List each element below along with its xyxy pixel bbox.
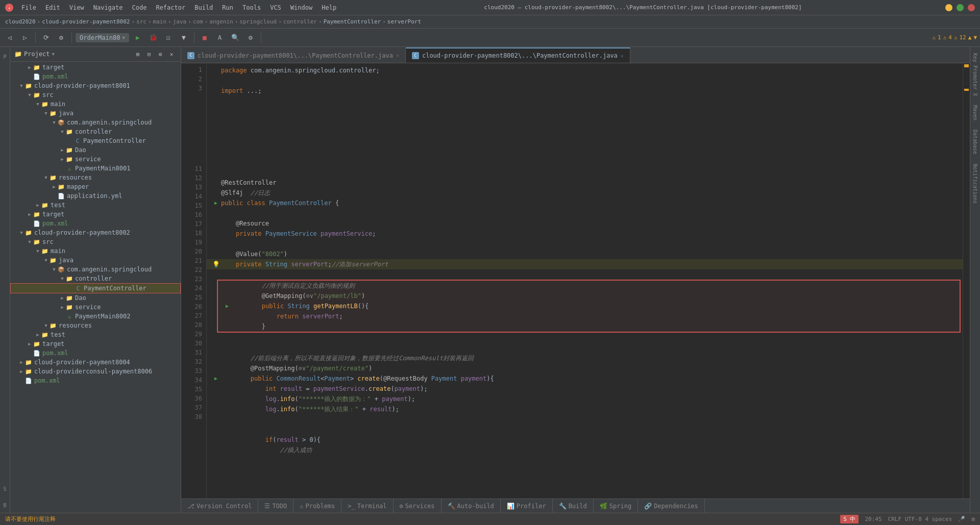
run-button[interactable]: ▶: [131, 31, 144, 44]
tree-item-controller8002[interactable]: ▼ 📁 controller: [10, 274, 181, 283]
menu-vcs[interactable]: VCS: [266, 3, 285, 12]
right-side-keypromoter[interactable]: Key Promoter X: [971, 49, 979, 100]
collapse-all-btn[interactable]: ⊟: [144, 49, 154, 59]
coverage-button[interactable]: ☑: [162, 31, 175, 44]
warning-nav-down[interactable]: ▼: [973, 34, 977, 41]
tree-item-pom8002[interactable]: 📄 pom.xml: [10, 348, 181, 358]
tree-item-java8001[interactable]: ▼ 📁 java: [10, 109, 181, 118]
bottom-tab-todo[interactable]: ☰ TODO: [258, 499, 293, 513]
breadcrumb-serverport[interactable]: serverPort: [387, 18, 421, 25]
debug-button[interactable]: 🐞: [146, 31, 160, 44]
menu-code[interactable]: Code: [128, 3, 151, 12]
tree-item-test8001[interactable]: ▶ 📁 test: [10, 201, 181, 210]
bottom-tab-profiler[interactable]: 📊 Profiler: [501, 499, 553, 513]
tree-item-target8001[interactable]: ▶ 📁 target: [10, 210, 181, 219]
breadcrumb-payment8002[interactable]: cloud-provider-payment8002: [42, 18, 130, 25]
bottom-tab-problems[interactable]: ⚠ Problems: [293, 499, 341, 513]
right-side-notifications[interactable]: Notifications: [971, 160, 979, 208]
right-side-maven[interactable]: Maven: [971, 101, 979, 124]
breadcrumb-cloud2020[interactable]: cloud2020: [5, 18, 36, 25]
menu-tools[interactable]: Tools: [238, 3, 265, 12]
tree-item-main8002[interactable]: ▼ 📁 main: [10, 246, 181, 256]
run-config-selector[interactable]: OrderMain80 ▼: [76, 33, 129, 42]
right-side-database[interactable]: Database: [971, 126, 979, 158]
search-button[interactable]: 🔍: [229, 31, 242, 44]
warning-nav-up[interactable]: ▲: [968, 34, 972, 41]
menu-build[interactable]: Build: [190, 3, 217, 12]
tree-item-resources8002[interactable]: ▼ 📁 resources: [10, 321, 181, 330]
close-panel-btn[interactable]: ✕: [166, 49, 177, 59]
more-run-options[interactable]: ▼: [177, 31, 190, 44]
tree-item-resources8001[interactable]: ▼ 📁 resources: [10, 173, 181, 182]
status-lang-indicator[interactable]: S 中: [840, 515, 859, 523]
tree-item-paymentcontroller8001[interactable]: C PaymentController: [10, 136, 181, 145]
tree-item-payment8004[interactable]: ▶ 📁 cloud-provider-payment8004: [10, 358, 181, 367]
status-encoding[interactable]: CRLF UTF-8 4 spaces: [888, 516, 952, 522]
bottom-tab-spring[interactable]: 🌿 Spring: [594, 499, 638, 513]
menu-view[interactable]: View: [65, 3, 88, 12]
menu-refactor[interactable]: Refactor: [152, 3, 189, 12]
tree-item-pom1[interactable]: 📄 pom.xml: [10, 72, 181, 81]
tree-item-dao8001[interactable]: ▶ 📁 Dao: [10, 145, 181, 155]
breadcrumb-src[interactable]: src: [136, 18, 146, 25]
tree-item-paymentcontroller8002[interactable]: C PaymentController: [10, 283, 181, 293]
project-dropdown-icon[interactable]: ▼: [52, 52, 55, 57]
menu-edit[interactable]: Edit: [41, 3, 64, 12]
tree-item-target8002[interactable]: ▶ 📁 target: [10, 339, 181, 348]
toolbar-forward[interactable]: ▷: [18, 31, 32, 44]
activity-project[interactable]: P: [1, 49, 10, 64]
maximize-button[interactable]: [957, 4, 964, 11]
status-layout-icon[interactable]: ⊞: [971, 516, 975, 522]
tree-item-service8002[interactable]: ▶ 📁 service: [10, 303, 181, 312]
close-button[interactable]: [968, 4, 975, 11]
breadcrumb-com[interactable]: com: [193, 18, 203, 25]
bottom-tab-dependencies[interactable]: 🔗 Dependencies: [638, 499, 705, 513]
breadcrumb-paymentcontroller[interactable]: PaymentController: [324, 18, 381, 25]
menu-window[interactable]: Window: [286, 3, 316, 12]
stop-button[interactable]: ■: [198, 31, 211, 44]
tree-item-java8002[interactable]: ▼ 📁 java: [10, 256, 181, 265]
expand-all-btn[interactable]: ⊞: [133, 49, 143, 59]
bottom-tab-build[interactable]: 🔧 Build: [553, 499, 594, 513]
minimize-button[interactable]: [945, 4, 952, 11]
activity-bookmarks[interactable]: B: [1, 497, 10, 513]
code-content[interactable]: package com.angenin.springcloud.controll…: [207, 63, 963, 498]
tree-item-service8001[interactable]: ▶ 📁 service: [10, 155, 181, 164]
tree-item-payment8001[interactable]: ▼ 📁 cloud-provider-payment8001: [10, 81, 181, 90]
bottom-tab-services[interactable]: ⚙ Services: [394, 499, 442, 513]
tree-item-controller8001[interactable]: ▼ 📁 controller: [10, 127, 181, 136]
tree-item-test8002[interactable]: ▶ 📁 test: [10, 330, 181, 339]
tree-item-payment8002[interactable]: ▼ 📁 cloud-provider-payment8002: [10, 228, 181, 237]
gear-button[interactable]: ⚙: [244, 31, 257, 44]
toolbar-back[interactable]: ◁: [3, 31, 16, 44]
settings-btn[interactable]: ⚙: [155, 49, 165, 59]
status-mic-icon[interactable]: 🎤: [958, 516, 965, 522]
tab-payment8002[interactable]: C cloud-provider-payment8002\...\Payment…: [406, 47, 630, 63]
menu-help[interactable]: Help: [317, 3, 340, 12]
tree-item-appyml8001[interactable]: 📄 application.yml: [10, 191, 181, 201]
tree-item-main8001[interactable]: ▼ 📁 main: [10, 99, 181, 109]
menu-file[interactable]: File: [17, 3, 40, 12]
tree-item-paymentmain8001[interactable]: ☕ PaymentMain8001: [10, 164, 181, 173]
tree-item-dao8002[interactable]: ▶ 📁 Dao: [10, 293, 181, 303]
menu-navigate[interactable]: Navigate: [89, 3, 127, 12]
bottom-tab-versioncontrol[interactable]: ⎇ Version Control: [181, 499, 258, 513]
tree-item-src8001[interactable]: ▼ 📁 src: [10, 90, 181, 99]
tree-item-mapper[interactable]: ▶ 📁 mapper: [10, 182, 181, 191]
menu-run[interactable]: Run: [218, 3, 237, 12]
breadcrumb-java[interactable]: java: [173, 18, 187, 25]
toolbar-settings[interactable]: ⚙: [55, 31, 68, 44]
tree-item-target1[interactable]: ▶ 📁 target: [10, 63, 181, 72]
tree-item-pom8001[interactable]: 📄 pom.xml: [10, 219, 181, 228]
tree-item-src8002[interactable]: ▼ 📁 src: [10, 237, 181, 246]
bottom-tab-terminal[interactable]: >_ Terminal: [341, 499, 393, 513]
breadcrumb-springcloud[interactable]: springcloud: [239, 18, 277, 25]
toolbar-refresh[interactable]: ⟳: [39, 31, 53, 44]
tree-item-package8001[interactable]: ▼ 📦 com.angenin.springcloud: [10, 118, 181, 127]
tree-item-root-pom[interactable]: 📄 pom.xml: [10, 376, 181, 385]
tree-item-paymentmain8002[interactable]: ☕ PaymentMain8002: [10, 312, 181, 321]
translate-button[interactable]: Ａ: [213, 31, 227, 44]
tab-close-8002[interactable]: ✕: [621, 53, 624, 59]
activity-structure[interactable]: S: [1, 481, 10, 496]
breadcrumb-angenin[interactable]: angenin: [209, 18, 233, 25]
